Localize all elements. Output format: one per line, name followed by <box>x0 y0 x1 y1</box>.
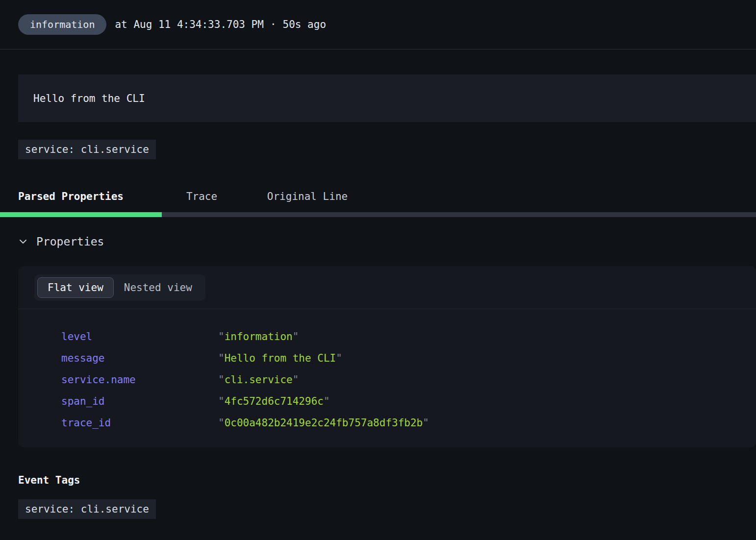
property-value: "cli.service" <box>218 374 299 386</box>
log-message-box: Hello from the CLI <box>18 74 756 122</box>
open-quote: " <box>218 352 225 364</box>
detail-tabs: Parsed Properties Trace Original Line <box>0 190 756 217</box>
relative-time: 50s ago <box>283 19 327 30</box>
service-tag-chip[interactable]: service: cli.service <box>18 140 156 159</box>
property-row: span_id "4fc572d6c714296c" <box>61 391 756 412</box>
chevron-down-icon <box>18 237 28 246</box>
timestamp: at Aug 11 4:34:33.703 PM · 50s ago <box>115 19 326 30</box>
property-key[interactable]: span_id <box>61 395 218 407</box>
view-toggle-row: Flat view Nested view <box>18 266 756 301</box>
property-row: trace_id "0c00a482b2419e2c24fb757a8df3fb… <box>61 412 756 434</box>
property-value: "Hello from the CLI" <box>218 352 342 364</box>
properties-section-title: Properties <box>36 235 104 248</box>
flat-view-button[interactable]: Flat view <box>37 277 114 298</box>
property-key[interactable]: message <box>61 352 218 364</box>
tab-indicator-track <box>0 212 756 217</box>
event-tags-title: Event Tags <box>18 474 80 486</box>
close-quote: " <box>423 417 429 429</box>
property-key[interactable]: level <box>61 331 218 343</box>
property-value: "4fc572d6c714296c" <box>218 395 330 407</box>
tab-original-line[interactable]: Original Line <box>242 190 373 203</box>
open-quote: " <box>218 417 225 429</box>
close-quote: " <box>324 395 330 407</box>
property-row: message "Hello from the CLI" <box>61 347 756 369</box>
timestamp-separator: · <box>270 19 277 30</box>
log-event-header: information at Aug 11 4:34:33.703 PM · 5… <box>0 0 756 49</box>
properties-section-header[interactable]: Properties <box>18 235 104 248</box>
property-key[interactable]: trace_id <box>61 417 218 429</box>
property-row: level "information" <box>61 326 756 347</box>
tab-trace[interactable]: Trace <box>162 190 242 203</box>
properties-card: Flat view Nested view level "information… <box>18 266 756 447</box>
property-value: "information" <box>218 331 299 343</box>
close-quote: " <box>293 331 299 343</box>
view-toggle: Flat view Nested view <box>34 274 205 301</box>
tab-parsed-properties[interactable]: Parsed Properties <box>0 190 162 203</box>
property-rows: level "information" message "Hello from … <box>18 309 756 434</box>
open-quote: " <box>218 331 225 343</box>
tab-labels: Parsed Properties Trace Original Line <box>0 190 756 203</box>
level-badge: information <box>18 14 106 35</box>
open-quote: " <box>218 374 225 386</box>
property-row: service.name "cli.service" <box>61 369 756 391</box>
close-quote: " <box>293 374 299 386</box>
event-tag-chip[interactable]: service: cli.service <box>18 499 156 519</box>
nested-view-button[interactable]: Nested view <box>114 277 202 298</box>
log-message-text: Hello from the CLI <box>33 93 145 104</box>
property-value: "0c00a482b2419e2c24fb757a8df3fb2b" <box>218 417 429 429</box>
tab-indicator-active <box>0 212 162 217</box>
timestamp-label: at Aug 11 4:34:33.703 PM <box>115 19 263 30</box>
open-quote: " <box>218 395 225 407</box>
close-quote: " <box>336 352 342 364</box>
property-key[interactable]: service.name <box>61 374 218 386</box>
